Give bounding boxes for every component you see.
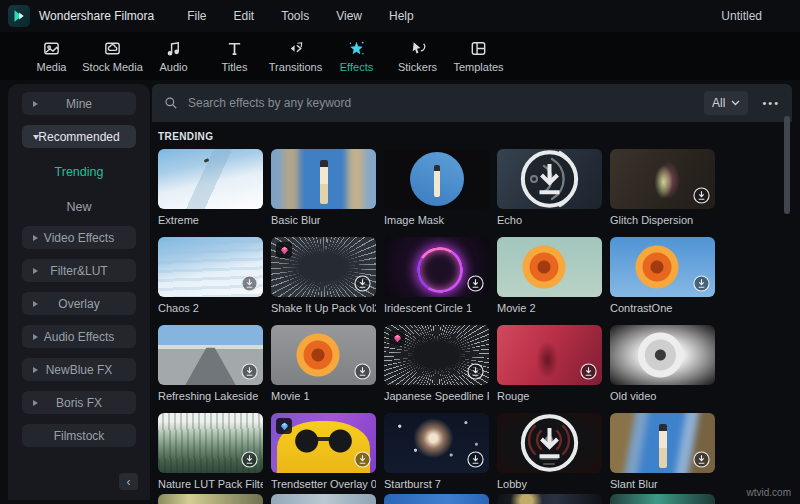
effect-thumbnail[interactable] — [271, 325, 376, 385]
chevron-right-icon — [33, 301, 38, 307]
effect-card[interactable]: Glitch Dispersion — [610, 149, 715, 228]
effect-thumbnail[interactable] — [158, 149, 263, 209]
effect-thumbnail[interactable] — [610, 149, 715, 209]
download-icon[interactable] — [241, 275, 258, 292]
chevron-down-icon — [731, 100, 740, 106]
download-icon[interactable] — [241, 363, 258, 380]
effect-card[interactable]: Movie 2 — [497, 237, 602, 316]
sidebar-item-filmstock[interactable]: Filmstock — [22, 424, 136, 447]
download-icon[interactable] — [467, 363, 484, 380]
effect-card[interactable]: Chaos 2 — [158, 237, 263, 316]
effect-thumbnail[interactable] — [497, 149, 602, 209]
tab-transitions[interactable]: Transitions — [265, 35, 326, 77]
effect-thumbnail[interactable] — [610, 237, 715, 297]
menu-edit[interactable]: Edit — [234, 9, 255, 23]
download-icon[interactable] — [354, 451, 371, 468]
effect-thumbnail[interactable] — [271, 149, 376, 209]
effect-thumbnail[interactable] — [610, 494, 715, 504]
download-icon[interactable] — [497, 149, 602, 209]
effect-thumbnail[interactable] — [610, 413, 715, 473]
effect-card[interactable]: Nature LUT Pack Filter... — [158, 413, 263, 492]
menu-view[interactable]: View — [336, 9, 362, 23]
effect-thumbnail[interactable] — [158, 237, 263, 297]
sidebar-item-audio-effects[interactable]: Audio Effects — [22, 325, 136, 348]
sidebar-item-label: Boris FX — [56, 396, 102, 410]
menu-file[interactable]: File — [187, 9, 206, 23]
effect-card[interactable]: Old video — [610, 325, 715, 404]
effect-card[interactable]: Movie 1 — [271, 325, 376, 404]
sidebar-item-mine[interactable]: Mine — [22, 92, 136, 115]
tab-audio-label: Audio — [159, 61, 187, 73]
sidebar-item-new[interactable]: New — [8, 198, 150, 216]
templates-icon — [469, 39, 488, 58]
download-icon[interactable] — [354, 275, 371, 292]
effect-card[interactable]: Basic Blur — [271, 149, 376, 228]
effect-card[interactable]: Iridescent Circle 1 — [384, 237, 489, 316]
effect-card[interactable]: Refreshing Lakeside — [158, 325, 263, 404]
filter-dropdown[interactable]: All — [704, 91, 748, 115]
effect-card[interactable]: Rouge — [497, 325, 602, 404]
effect-thumbnail[interactable] — [271, 494, 376, 504]
effect-card[interactable]: Lobby — [497, 413, 602, 492]
effect-card[interactable]: Echo — [497, 149, 602, 228]
more-options-button[interactable]: ••• — [762, 97, 780, 109]
download-icon[interactable] — [693, 187, 710, 204]
stock-media-icon — [103, 39, 122, 58]
download-icon[interactable] — [467, 451, 484, 468]
effect-thumbnail[interactable] — [497, 237, 602, 297]
tab-templates[interactable]: Templates — [448, 35, 509, 77]
download-icon[interactable] — [693, 275, 710, 292]
sidebar-item-label: NewBlue FX — [46, 363, 113, 377]
tab-audio[interactable]: Audio — [143, 35, 204, 77]
sidebar-collapse-button[interactable]: ‹ — [119, 473, 138, 490]
sidebar-item-recommended[interactable]: Recommended — [22, 125, 136, 148]
tab-stock-media[interactable]: Stock Media — [82, 35, 143, 77]
download-icon[interactable] — [467, 275, 484, 292]
effect-thumbnail[interactable] — [384, 149, 489, 209]
effect-card[interactable]: Japanese Speedline Pa... — [384, 325, 489, 404]
download-icon[interactable] — [354, 363, 371, 380]
effect-card[interactable]: Startburst 7 — [384, 413, 489, 492]
vertical-scrollbar[interactable] — [784, 116, 790, 214]
effect-card[interactable]: Extreme — [158, 149, 263, 228]
sidebar-item-trending[interactable]: Trending — [8, 163, 150, 181]
effect-thumbnail[interactable] — [158, 413, 263, 473]
effect-card[interactable]: Shake It Up Pack Vol2 ... — [271, 237, 376, 316]
sidebar-item-boris-fx[interactable]: Boris FX — [22, 391, 136, 414]
sidebar-item-overlay[interactable]: Overlay — [22, 292, 136, 315]
download-icon[interactable] — [497, 413, 602, 473]
tab-effects[interactable]: Effects — [326, 35, 387, 77]
effect-thumbnail[interactable] — [384, 413, 489, 473]
effect-label: Slant Blur — [610, 478, 715, 492]
effect-thumbnail[interactable] — [158, 494, 263, 504]
search-input[interactable] — [188, 96, 704, 110]
effect-thumbnail[interactable] — [384, 325, 489, 385]
menu-tools[interactable]: Tools — [281, 9, 309, 23]
tab-media[interactable]: Media — [21, 35, 82, 77]
download-icon[interactable] — [241, 451, 258, 468]
effect-label: ContrastOne — [610, 302, 715, 316]
effect-card[interactable]: Trendsetter Overlay 04 — [271, 413, 376, 492]
download-icon[interactable] — [580, 363, 597, 380]
effect-thumbnail[interactable] — [497, 325, 602, 385]
tab-titles[interactable]: Titles — [204, 35, 265, 77]
effect-thumbnail[interactable] — [497, 494, 602, 504]
effect-thumbnail[interactable] — [610, 325, 715, 385]
sidebar-item-newblue-fx[interactable]: NewBlue FX — [22, 358, 136, 381]
download-icon[interactable] — [693, 451, 710, 468]
effect-label: Chaos 2 — [158, 302, 263, 316]
sidebar-item-filter-lut[interactable]: Filter&LUT — [22, 259, 136, 282]
effect-thumbnail[interactable] — [384, 494, 489, 504]
effect-card[interactable]: Slant Blur — [610, 413, 715, 492]
effect-thumbnail[interactable] — [497, 413, 602, 473]
effects-content: All ••• TRENDING Extreme Basic Blur Imag… — [152, 84, 792, 504]
tab-stickers[interactable]: Stickers — [387, 35, 448, 77]
sidebar-item-video-effects[interactable]: Video Effects — [22, 226, 136, 249]
effect-card[interactable]: Image Mask — [384, 149, 489, 228]
effect-thumbnail[interactable] — [158, 325, 263, 385]
menu-help[interactable]: Help — [389, 9, 414, 23]
effect-thumbnail[interactable] — [271, 237, 376, 297]
effect-thumbnail[interactable] — [271, 413, 376, 473]
effect-card[interactable]: ContrastOne — [610, 237, 715, 316]
effect-thumbnail[interactable] — [384, 237, 489, 297]
